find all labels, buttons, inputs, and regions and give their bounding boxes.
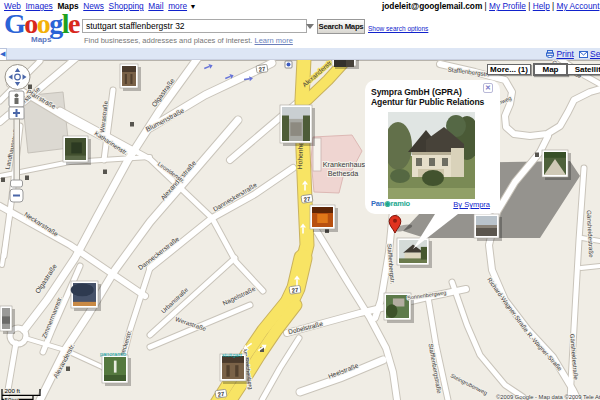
svg-text:stuttgart: stuttgart <box>222 352 242 358</box>
svg-text:Krankenhaus: Krankenhaus <box>323 160 366 169</box>
svg-text:50 m: 50 m <box>5 396 19 400</box>
svg-text:Bethesda: Bethesda <box>328 169 358 178</box>
svg-text:Richard-Wagner-Straße: Richard-Wagner-Straße <box>486 276 530 334</box>
svg-text:Dobelstraße: Dobelstraße <box>287 320 323 335</box>
svg-text:200 ft: 200 ft <box>5 387 21 394</box>
svg-text:Steingrubenweg: Steingrubenweg <box>450 372 489 396</box>
svg-text:panoramio: panoramio <box>100 351 126 357</box>
svg-text:Gänsheidestraße: Gänsheidestraße <box>586 210 596 258</box>
svg-text:R.-Wagner-Straße: R.-Wagner-Straße <box>526 332 564 373</box>
svg-text:Stafflenbergstr.: Stafflenbergstr. <box>447 66 489 78</box>
